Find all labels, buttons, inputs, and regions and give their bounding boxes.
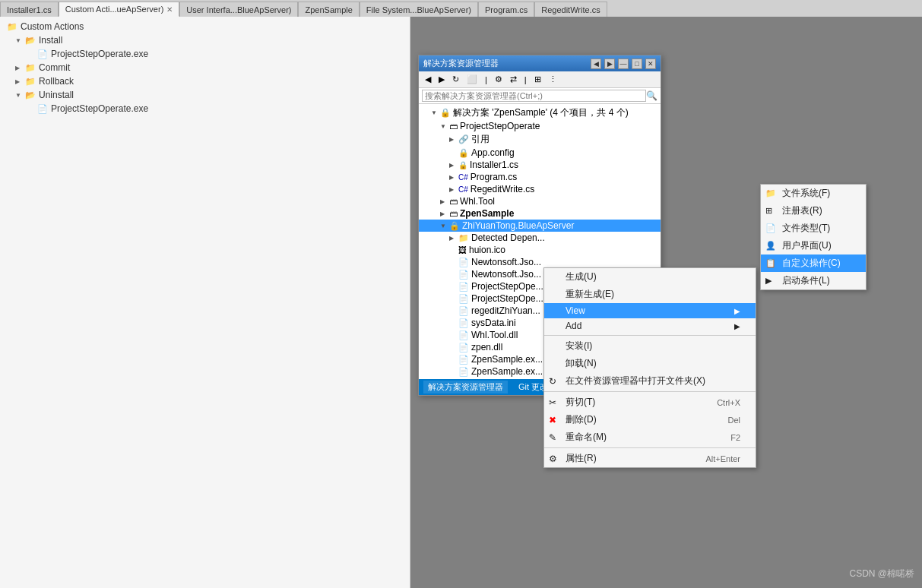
toolbar-back-btn[interactable]: ◀ (422, 73, 434, 86)
tab-zpen-sample[interactable]: ZpenSample (298, 2, 359, 17)
solution-explorer-title: 解决方案资源管理器 (423, 58, 499, 69)
tree-installer1cs[interactable]: ▶ 🔒 Installer1.cs (419, 159, 661, 171)
install-folder-icon: 📂 (24, 34, 36, 46)
install-file-icon: 📄 (36, 48, 49, 60)
context-menu: 生成(U) 重新生成(E) View ▶ Add ▶ 安装(I) 卸载(N) ↻ (543, 267, 756, 468)
tab-bar: Installer1.cs Custom Acti...ueApServer) … (0, 0, 922, 17)
left-panel: 📁 Custom Actions ▼ 📂 Install 📄 ProjectSt… (0, 17, 410, 588)
sub-userinterface[interactable]: 👤 用户界面(U) (761, 237, 866, 254)
pso-icon: 🗃 (449, 122, 458, 131)
ctx-delete[interactable]: ✖ 删除(D) Del (544, 411, 756, 428)
pc-label: Program.cs (471, 172, 517, 182)
sub-customactions-icon: 📋 (765, 258, 776, 268)
sd-label: sysData.ini (471, 318, 516, 328)
window-maximize[interactable]: □ (632, 58, 642, 69)
ctx-delete-icon: ✖ (549, 415, 556, 425)
i1-label: Installer1.cs (470, 160, 518, 170)
pc-icon: C# (458, 173, 468, 182)
tree-uninstall-file[interactable]: 📄 ProjectStepOperate.exe (3, 102, 407, 115)
sub-launchconditions[interactable]: ▶ 启动条件(L) (761, 272, 866, 289)
ctx-install[interactable]: 安装(I) (544, 337, 756, 355)
ctx-view-arrow-icon: ▶ (734, 307, 740, 315)
tree-appconfig[interactable]: 🔒 App.config (419, 147, 661, 159)
install-expand-icon: ▼ (15, 37, 24, 44)
wt-label: Whl.Tool (460, 196, 495, 207)
tab-file-system[interactable]: File System...BlueApServer) (360, 2, 478, 17)
ctx-rebuild[interactable]: 重新生成(E) (544, 286, 756, 303)
tree-regeditwritecs[interactable]: ▶ C# RegeditWrite.cs (419, 183, 661, 195)
ctx-sep3 (544, 447, 756, 448)
toolbar-more-btn[interactable]: ⋮ (546, 73, 560, 86)
toolbar-layout-btn[interactable]: ⊞ (531, 73, 544, 86)
statusbar-tab-solution[interactable]: 解决方案资源管理器 (423, 381, 508, 394)
tree-programcs[interactable]: ▶ C# Program.cs (419, 171, 661, 183)
tree-solution-root[interactable]: ▼ 🔒 解决方案 'ZpenSample' (4 个项目，共 4 个) (419, 106, 661, 120)
toolbar-sync-btn[interactable]: ⇄ (507, 73, 520, 86)
zy-expand: ▼ (440, 223, 449, 229)
zy-icon: 🔒 (449, 221, 460, 231)
pso-label: ProjectStepOperate (460, 121, 540, 131)
toolbar-refresh-btn[interactable]: ↻ (449, 73, 462, 86)
window-controls: ◀ ▶ — □ ✕ (591, 58, 656, 69)
ctx-uninstall[interactable]: 卸载(N) (544, 355, 756, 372)
tab-installer1[interactable]: Installer1.cs (0, 2, 59, 17)
solution-explorer-titlebar: 解决方案资源管理器 ◀ ▶ — □ ✕ (419, 55, 661, 71)
zs-icon: 🗃 (449, 209, 458, 218)
window-nav-fwd[interactable]: ▶ (604, 58, 615, 69)
ctx-cut[interactable]: ✂ 剪切(T) Ctrl+X (544, 394, 756, 411)
tree-projectstepoperate[interactable]: ▼ 🗃 ProjectStepOperate (419, 120, 661, 132)
tab-regedit-write[interactable]: RegeditWrite.cs (534, 2, 607, 17)
uninstall-expand-icon: ▼ (15, 92, 24, 99)
search-icon[interactable]: 🔍 (646, 90, 657, 101)
rollback-expand-icon: ▶ (15, 78, 24, 85)
tab-custom-actions[interactable]: Custom Acti...ueApServer) ✕ (59, 2, 180, 17)
ns2-icon: 📄 (458, 270, 469, 280)
tree-huion[interactable]: 🖼 huion.ico (419, 244, 661, 256)
pso1-label: ProjectStepOpe... (471, 281, 543, 292)
search-input[interactable] (422, 90, 646, 102)
window-minimize[interactable]: — (618, 58, 629, 69)
dd-expand: ▶ (449, 235, 458, 242)
tree-uninstall-folder[interactable]: ▼ 📂 Uninstall (3, 88, 407, 102)
ctx-rename[interactable]: ✎ 重命名(M) F2 (544, 428, 756, 446)
tree-install-folder[interactable]: ▼ 📂 Install (3, 33, 407, 47)
ctx-add-arrow-icon: ▶ (734, 322, 740, 330)
tree-detected-dep[interactable]: ▶ 📁 Detected Depen... (419, 232, 661, 244)
tree-zpensample[interactable]: ▶ 🗃 ZpenSample (419, 207, 661, 220)
zs-expand: ▶ (440, 210, 449, 217)
tab-program-cs[interactable]: Program.cs (478, 2, 534, 17)
tree-install-file[interactable]: 📄 ProjectStepOperate.exe (3, 47, 407, 61)
ctx-sep2 (544, 391, 756, 392)
tree-zhiyuantong[interactable]: ▼ 🔒 ZhiYuanTong.BlueApServer (419, 220, 661, 232)
ctx-build[interactable]: 生成(U) (544, 268, 756, 286)
ctx-open-icon: ↻ (549, 376, 556, 387)
ns1-icon: 📄 (458, 258, 469, 267)
window-close[interactable]: ✕ (645, 58, 656, 69)
i1-icon: 🔒 (458, 161, 467, 169)
ctx-properties[interactable]: ⚙ 属性(R) Alt+Enter (544, 450, 756, 467)
sub-customactions[interactable]: 📋 自定义操作(C) (761, 254, 866, 272)
tree-whltool[interactable]: ▶ 🗃 Whl.Tool (419, 195, 661, 207)
tree-newtonsoft1[interactable]: 📄 Newtonsoft.Jso... (419, 256, 661, 268)
solution-explorer-search: 🔍 (419, 88, 661, 104)
toolbar-stop-btn[interactable]: ⬜ (464, 73, 480, 86)
zd-label: zpen.dll (471, 342, 502, 352)
toolbar-settings-btn[interactable]: ⚙ (492, 73, 505, 86)
sub-filesystem-icon: 📁 (765, 188, 776, 198)
sub-filetypes[interactable]: 📄 文件类型(T) (761, 220, 866, 237)
hi-icon: 🖼 (458, 245, 467, 254)
ctx-view[interactable]: View ▶ (544, 303, 756, 318)
tab-close-icon[interactable]: ✕ (166, 5, 173, 14)
ctx-open-explorer[interactable]: ↻ 在文件资源管理器中打开文件夹(X) (544, 372, 756, 390)
tree-commit-folder[interactable]: ▶ 📁 Commit (3, 61, 407, 74)
toolbar-fwd-btn[interactable]: ▶ (436, 73, 448, 86)
window-nav-back[interactable]: ◀ (591, 58, 601, 69)
ctx-add[interactable]: Add ▶ (544, 318, 756, 334)
tab-user-interface[interactable]: User Interfa...BlueApServer) (179, 2, 298, 17)
tree-references[interactable]: ▶ 🔗 引用 (419, 132, 661, 147)
commit-expand-icon: ▶ (15, 65, 24, 71)
sub-registry[interactable]: ⊞ 注册表(R) (761, 202, 866, 220)
tree-rollback-folder[interactable]: ▶ 📁 Rollback (3, 74, 407, 88)
sub-filesystem[interactable]: 📁 文件系统(F) (761, 185, 866, 202)
ref-expand: ▶ (449, 136, 458, 143)
